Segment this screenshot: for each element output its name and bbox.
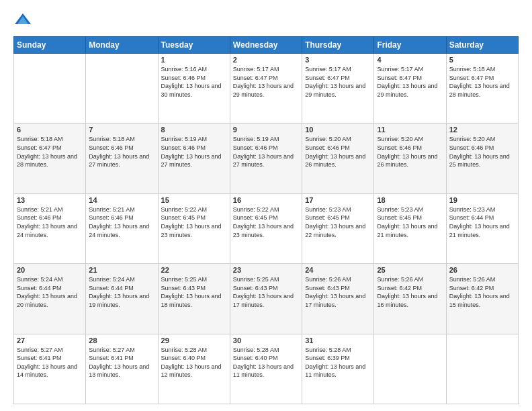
day-cell: 3Sunrise: 5:17 AM Sunset: 6:47 PM Daylig… (302, 54, 374, 124)
day-number: 24 (305, 266, 371, 274)
day-info: Sunrise: 5:19 AM Sunset: 6:46 PM Dayligh… (161, 135, 227, 169)
day-cell: 11Sunrise: 5:20 AM Sunset: 6:46 PM Dayli… (374, 124, 446, 193)
weekday-header-sunday: Sunday (14, 37, 86, 54)
day-cell: 5Sunrise: 5:18 AM Sunset: 6:47 PM Daylig… (446, 54, 518, 124)
day-number: 4 (377, 56, 443, 64)
day-number: 29 (161, 336, 227, 345)
day-number: 12 (449, 126, 515, 134)
day-number: 16 (233, 196, 299, 204)
day-cell: 18Sunrise: 5:23 AM Sunset: 6:45 PM Dayli… (374, 193, 446, 263)
day-cell: 6Sunrise: 5:18 AM Sunset: 6:47 PM Daylig… (14, 124, 86, 193)
day-info: Sunrise: 5:23 AM Sunset: 6:44 PM Dayligh… (449, 205, 515, 239)
day-cell: 30Sunrise: 5:28 AM Sunset: 6:40 PM Dayli… (230, 334, 302, 404)
day-cell (14, 54, 86, 124)
logo (13, 11, 35, 30)
day-number: 7 (89, 126, 154, 134)
day-info: Sunrise: 5:19 AM Sunset: 6:46 PM Dayligh… (233, 135, 299, 169)
day-number: 13 (17, 196, 83, 204)
day-number: 3 (305, 56, 371, 64)
weekday-header-monday: Monday (86, 37, 158, 54)
day-number: 2 (233, 56, 299, 64)
day-number: 10 (305, 126, 371, 134)
day-info: Sunrise: 5:22 AM Sunset: 6:45 PM Dayligh… (161, 205, 227, 239)
day-info: Sunrise: 5:27 AM Sunset: 6:41 PM Dayligh… (89, 346, 154, 379)
logo-icon (13, 11, 32, 30)
day-info: Sunrise: 5:25 AM Sunset: 6:43 PM Dayligh… (233, 275, 299, 309)
day-cell: 19Sunrise: 5:23 AM Sunset: 6:44 PM Dayli… (446, 193, 518, 263)
day-number: 15 (161, 196, 227, 204)
day-info: Sunrise: 5:20 AM Sunset: 6:46 PM Dayligh… (449, 135, 515, 169)
day-cell: 22Sunrise: 5:25 AM Sunset: 6:43 PM Dayli… (158, 264, 230, 334)
day-number: 9 (233, 126, 299, 134)
day-number: 28 (89, 336, 154, 345)
day-number: 20 (17, 266, 83, 274)
day-cell: 29Sunrise: 5:28 AM Sunset: 6:40 PM Dayli… (158, 334, 230, 404)
day-info: Sunrise: 5:25 AM Sunset: 6:43 PM Dayligh… (161, 275, 227, 309)
day-info: Sunrise: 5:20 AM Sunset: 6:46 PM Dayligh… (305, 135, 371, 169)
day-cell: 14Sunrise: 5:21 AM Sunset: 6:46 PM Dayli… (86, 193, 158, 263)
day-cell (86, 54, 158, 124)
day-info: Sunrise: 5:28 AM Sunset: 6:40 PM Dayligh… (233, 346, 299, 379)
day-info: Sunrise: 5:18 AM Sunset: 6:47 PM Dayligh… (17, 135, 83, 169)
day-info: Sunrise: 5:27 AM Sunset: 6:41 PM Dayligh… (17, 346, 83, 379)
day-info: Sunrise: 5:22 AM Sunset: 6:45 PM Dayligh… (233, 205, 299, 239)
day-number: 1 (161, 56, 227, 64)
day-info: Sunrise: 5:26 AM Sunset: 6:43 PM Dayligh… (305, 275, 371, 309)
day-info: Sunrise: 5:17 AM Sunset: 6:47 PM Dayligh… (305, 65, 371, 99)
day-number: 14 (89, 196, 154, 204)
day-info: Sunrise: 5:26 AM Sunset: 6:42 PM Dayligh… (377, 275, 443, 309)
day-cell: 31Sunrise: 5:28 AM Sunset: 6:39 PM Dayli… (302, 334, 374, 404)
week-row-3: 13Sunrise: 5:21 AM Sunset: 6:46 PM Dayli… (14, 193, 519, 263)
day-cell (446, 334, 518, 404)
day-info: Sunrise: 5:18 AM Sunset: 6:46 PM Dayligh… (89, 135, 154, 169)
day-number: 19 (449, 196, 515, 204)
day-number: 30 (233, 336, 299, 345)
day-number: 11 (377, 126, 443, 134)
day-cell: 27Sunrise: 5:27 AM Sunset: 6:41 PM Dayli… (14, 334, 86, 404)
day-info: Sunrise: 5:21 AM Sunset: 6:46 PM Dayligh… (17, 205, 83, 239)
day-number: 5 (449, 56, 515, 64)
weekday-header-row: SundayMondayTuesdayWednesdayThursdayFrid… (14, 37, 519, 54)
day-number: 8 (161, 126, 227, 134)
day-number: 17 (305, 196, 371, 204)
day-info: Sunrise: 5:23 AM Sunset: 6:45 PM Dayligh… (305, 205, 371, 239)
weekday-header-saturday: Saturday (446, 37, 518, 54)
day-cell: 26Sunrise: 5:26 AM Sunset: 6:42 PM Dayli… (446, 264, 518, 334)
day-info: Sunrise: 5:17 AM Sunset: 6:47 PM Dayligh… (233, 65, 299, 99)
day-cell: 23Sunrise: 5:25 AM Sunset: 6:43 PM Dayli… (230, 264, 302, 334)
day-cell: 4Sunrise: 5:17 AM Sunset: 6:47 PM Daylig… (374, 54, 446, 124)
day-info: Sunrise: 5:23 AM Sunset: 6:45 PM Dayligh… (377, 205, 443, 239)
day-cell: 2Sunrise: 5:17 AM Sunset: 6:47 PM Daylig… (230, 54, 302, 124)
day-number: 22 (161, 266, 227, 274)
day-cell: 12Sunrise: 5:20 AM Sunset: 6:46 PM Dayli… (446, 124, 518, 193)
day-number: 31 (305, 336, 371, 345)
day-number: 26 (449, 266, 515, 274)
day-info: Sunrise: 5:21 AM Sunset: 6:46 PM Dayligh… (89, 205, 154, 239)
day-info: Sunrise: 5:26 AM Sunset: 6:42 PM Dayligh… (449, 275, 515, 309)
week-row-5: 27Sunrise: 5:27 AM Sunset: 6:41 PM Dayli… (14, 334, 519, 404)
calendar-table: SundayMondayTuesdayWednesdayThursdayFrid… (13, 36, 519, 404)
day-info: Sunrise: 5:28 AM Sunset: 6:39 PM Dayligh… (305, 346, 371, 379)
day-cell: 10Sunrise: 5:20 AM Sunset: 6:46 PM Dayli… (302, 124, 374, 193)
day-cell: 8Sunrise: 5:19 AM Sunset: 6:46 PM Daylig… (158, 124, 230, 193)
day-info: Sunrise: 5:16 AM Sunset: 6:46 PM Dayligh… (161, 65, 227, 99)
day-cell: 25Sunrise: 5:26 AM Sunset: 6:42 PM Dayli… (374, 264, 446, 334)
weekday-header-friday: Friday (374, 37, 446, 54)
day-cell: 20Sunrise: 5:24 AM Sunset: 6:44 PM Dayli… (14, 264, 86, 334)
day-info: Sunrise: 5:18 AM Sunset: 6:47 PM Dayligh… (449, 65, 515, 99)
page: SundayMondayTuesdayWednesdayThursdayFrid… (0, 0, 532, 411)
day-cell: 17Sunrise: 5:23 AM Sunset: 6:45 PM Dayli… (302, 193, 374, 263)
week-row-2: 6Sunrise: 5:18 AM Sunset: 6:47 PM Daylig… (14, 124, 519, 193)
weekday-header-wednesday: Wednesday (230, 37, 302, 54)
day-cell: 21Sunrise: 5:24 AM Sunset: 6:44 PM Dayli… (86, 264, 158, 334)
day-info: Sunrise: 5:20 AM Sunset: 6:46 PM Dayligh… (377, 135, 443, 169)
day-info: Sunrise: 5:28 AM Sunset: 6:40 PM Dayligh… (161, 346, 227, 379)
day-cell: 1Sunrise: 5:16 AM Sunset: 6:46 PM Daylig… (158, 54, 230, 124)
day-cell: 7Sunrise: 5:18 AM Sunset: 6:46 PM Daylig… (86, 124, 158, 193)
day-cell: 15Sunrise: 5:22 AM Sunset: 6:45 PM Dayli… (158, 193, 230, 263)
day-number: 23 (233, 266, 299, 274)
day-number: 27 (17, 336, 83, 345)
day-number: 21 (89, 266, 154, 274)
weekday-header-thursday: Thursday (302, 37, 374, 54)
day-info: Sunrise: 5:17 AM Sunset: 6:47 PM Dayligh… (377, 65, 443, 99)
